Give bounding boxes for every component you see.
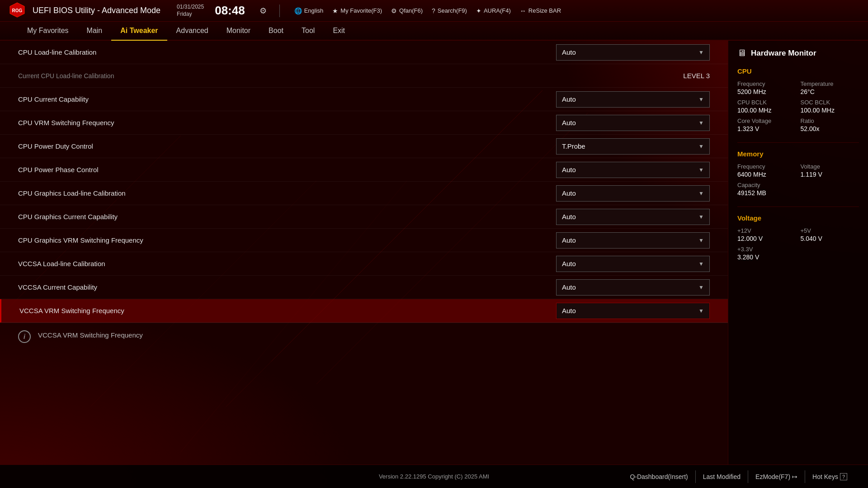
- hw-mem-freq: Frequency 6400 MHz: [737, 163, 796, 178]
- setting-label-vccsa-current-capability: VCCSA Current Capability: [18, 283, 556, 291]
- dropdown-cpu-graphics-vrm-switching-freq[interactable]: Auto ▼: [556, 232, 710, 249]
- setting-row-cpu-load-line-cal: CPU Load-line Calibration Auto ▼: [0, 41, 728, 64]
- setting-row-cpu-graphics-load-line-cal: CPU Graphics Load-line Calibration Auto …: [0, 182, 728, 205]
- aura-button[interactable]: ✦ AURA(F4): [472, 5, 514, 16]
- dropdown-cpu-graphics-load-line-cal[interactable]: Auto ▼: [556, 185, 710, 202]
- hardware-monitor-panel: 🖥 Hardware Monitor CPU Frequency 5200 MH…: [728, 41, 868, 465]
- hw-ratio: Ratio 52.00x: [801, 117, 859, 132]
- svg-text:ROG: ROG: [12, 8, 23, 13]
- setting-row-cpu-current-capability: CPU Current Capability Auto ▼: [0, 88, 728, 111]
- fan-icon: ⚙: [391, 7, 397, 14]
- nav-main[interactable]: Main: [78, 22, 112, 41]
- hw-cpu-temp: Temperature 26°C: [801, 80, 859, 95]
- info-icon: i: [18, 330, 31, 343]
- hw-cpu-bclk: CPU BCLK 100.00 MHz: [737, 99, 796, 114]
- setting-label-cpu-graphics-load-line-cal: CPU Graphics Load-line Calibration: [18, 189, 556, 197]
- monitor-icon: 🖥: [737, 48, 746, 58]
- resize-bar-button[interactable]: ↔ ReSize BAR: [516, 5, 565, 16]
- chevron-down-icon: ▼: [698, 284, 704, 291]
- main-panel: CPU Load-line Calibration Auto ▼ Current…: [0, 41, 728, 465]
- dropdown-cpu-power-phase-control[interactable]: Auto ▼: [556, 162, 710, 178]
- chevron-down-icon: ▼: [698, 214, 704, 220]
- time-display: 08:48: [215, 4, 245, 18]
- chevron-down-icon: ▼: [698, 120, 704, 126]
- chevron-down-icon: ▼: [698, 261, 704, 267]
- hw-cpu-freq: Frequency 5200 MHz: [737, 80, 796, 95]
- nav-ai-tweaker[interactable]: Ai Tweaker: [111, 22, 167, 41]
- q-dashboard-button[interactable]: Q-Dashboard(Insert): [623, 470, 695, 483]
- hw-33v: +3.3V 3.280 V: [737, 246, 796, 261]
- dropdown-vccsa-load-line-cal[interactable]: Auto ▼: [556, 256, 710, 272]
- nav-advanced[interactable]: Advanced: [167, 22, 217, 41]
- ez-mode-button[interactable]: EzMode(F7) ↦: [748, 470, 805, 483]
- setting-label-cpu-power-phase-control: CPU Power Phase Control: [18, 166, 556, 174]
- setting-label-cpu-graphics-current-capability: CPU Graphics Current Capability: [18, 213, 556, 221]
- hw-voltage-metrics: +12V 12.000 V +5V 5.040 V +3.3V 3.280 V: [737, 227, 859, 261]
- search-button[interactable]: ? Search(F9): [428, 5, 471, 16]
- chevron-down-icon: ▼: [698, 308, 704, 314]
- qfan-button[interactable]: ⚙ Qfan(F6): [387, 5, 426, 16]
- aura-icon: ✦: [476, 7, 481, 14]
- hw-section-memory-title: Memory: [737, 150, 859, 158]
- nav-boot[interactable]: Boot: [259, 22, 292, 41]
- setting-row-cpu-power-phase-control: CPU Power Phase Control Auto ▼: [0, 158, 728, 182]
- dropdown-vccsa-vrm-switching-freq[interactable]: Auto ▼: [556, 303, 710, 319]
- header: ROG UEFI BIOS Utility - Advanced Mode 01…: [0, 0, 868, 22]
- setting-label-vccsa-load-line-cal: VCCSA Load-line Calibration: [18, 260, 556, 267]
- dropdown-cpu-vrm-switching-freq[interactable]: Auto ▼: [556, 115, 710, 131]
- resize-icon: ↔: [520, 7, 526, 14]
- setting-label-vccsa-vrm-switching-freq: VCCSA VRM Switching Frequency: [19, 307, 556, 314]
- footer-version: Version 2.22.1295 Copyright (C) 2025 AMI: [379, 473, 489, 480]
- hw-divider-1: [737, 142, 859, 143]
- chevron-down-icon: ▼: [698, 96, 704, 103]
- hw-section-voltage-title: Voltage: [737, 214, 859, 222]
- navbar: My Favorites Main Ai Tweaker Advanced Mo…: [0, 22, 868, 41]
- chevron-down-icon: ▼: [698, 143, 704, 150]
- hw-monitor-title: Hardware Monitor: [751, 49, 816, 58]
- last-modified-button[interactable]: Last Modified: [696, 470, 748, 483]
- hot-keys-button[interactable]: Hot Keys ?: [805, 470, 854, 483]
- my-favorite-button[interactable]: ★ My Favorite(F3): [329, 5, 386, 16]
- dropdown-cpu-graphics-current-capability[interactable]: Auto ▼: [556, 209, 710, 225]
- info-section: i VCCSA VRM Switching Frequency: [0, 323, 728, 350]
- nav-exit[interactable]: Exit: [324, 22, 354, 41]
- ez-mode-icon: ↦: [792, 473, 797, 480]
- setting-row-vccsa-current-capability: VCCSA Current Capability Auto ▼: [0, 276, 728, 299]
- english-button[interactable]: 🌐 English: [291, 5, 327, 16]
- content-area: CPU Load-line Calibration Auto ▼ Current…: [0, 41, 868, 465]
- hw-section-cpu: CPU Frequency 5200 MHz Temperature 26°C …: [737, 67, 859, 132]
- setting-row-vccsa-load-line-cal: VCCSA Load-line Calibration Auto ▼: [0, 252, 728, 276]
- setting-label-cpu-current-capability: CPU Current Capability: [18, 95, 556, 103]
- nav-my-favorites[interactable]: My Favorites: [18, 22, 78, 41]
- chevron-down-icon: ▼: [698, 49, 704, 56]
- search-icon: ?: [432, 7, 435, 14]
- dropdown-cpu-load-line-cal[interactable]: Auto ▼: [556, 44, 710, 61]
- settings-gear-button[interactable]: ⚙: [258, 4, 269, 18]
- footer: Version 2.22.1295 Copyright (C) 2025 AMI…: [0, 465, 868, 488]
- hw-soc-bclk: SOC BCLK 100.00 MHz: [801, 99, 859, 114]
- dropdown-vccsa-current-capability[interactable]: Auto ▼: [556, 279, 710, 296]
- date-display: 01/31/2025 Friday: [177, 4, 204, 18]
- nav-monitor[interactable]: Monitor: [217, 22, 259, 41]
- hw-core-voltage: Core Voltage 1.323 V: [737, 117, 796, 132]
- setting-value-current-cpu-load-line-cal: LEVEL 3: [683, 72, 710, 80]
- bios-title: UEFI BIOS Utility - Advanced Mode: [33, 6, 160, 15]
- dropdown-cpu-current-capability[interactable]: Auto ▼: [556, 91, 710, 108]
- chevron-down-icon: ▼: [698, 167, 704, 173]
- rog-logo: ROG: [9, 2, 25, 20]
- datetime-display: 01/31/2025 Friday: [177, 4, 204, 18]
- hw-section-memory: Memory Frequency 6400 MHz Voltage 1.119 …: [737, 150, 859, 197]
- setting-row-vccsa-vrm-switching-freq[interactable]: VCCSA VRM Switching Frequency Auto ▼: [0, 299, 728, 323]
- hotkeys-icon: ?: [840, 473, 847, 480]
- header-divider: [279, 5, 280, 17]
- nav-tool[interactable]: Tool: [292, 22, 324, 41]
- setting-label-cpu-vrm-switching-freq: CPU VRM Switching Frequency: [18, 119, 556, 127]
- header-tools: 🌐 English ★ My Favorite(F3) ⚙ Qfan(F6) ?…: [291, 5, 859, 16]
- star-icon: ★: [332, 7, 338, 14]
- setting-label-cpu-load-line-cal: CPU Load-line Calibration: [18, 48, 556, 56]
- dropdown-cpu-power-duty-control[interactable]: T.Probe ▼: [556, 138, 710, 155]
- chevron-down-icon: ▼: [698, 237, 704, 244]
- setting-label-cpu-graphics-vrm-switching-freq: CPU Graphics VRM Switching Frequency: [18, 236, 556, 244]
- hw-cpu-metrics: Frequency 5200 MHz Temperature 26°C CPU …: [737, 80, 859, 132]
- setting-row-current-cpu-load-line-cal: Current CPU Load-line Calibration LEVEL …: [0, 64, 728, 88]
